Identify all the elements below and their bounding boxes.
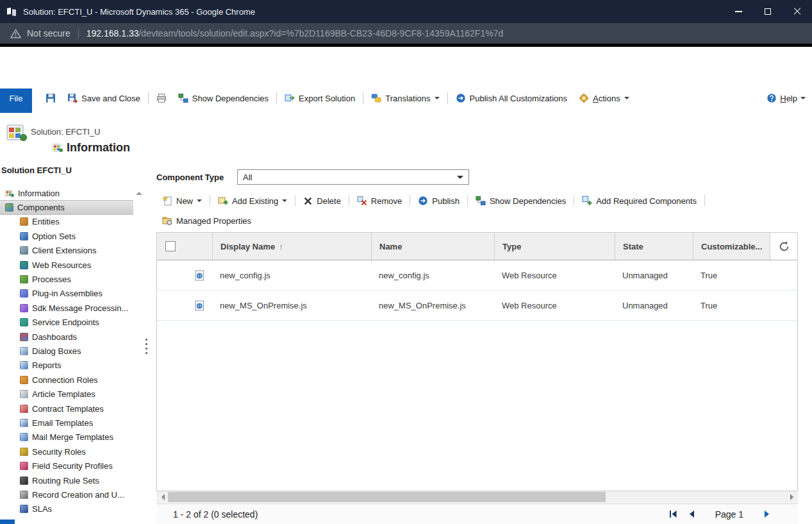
sidebar-item-label: Web Resources — [32, 260, 91, 270]
option-sets-icon — [20, 232, 28, 241]
chevron-down-icon — [457, 176, 463, 182]
add-existing-button[interactable]: Add Existing — [212, 192, 293, 209]
sidebar-item-processes[interactable]: Processes — [0, 272, 133, 286]
sidebar-scroll-up-icon[interactable] — [136, 189, 142, 195]
column-header-type[interactable]: Type — [494, 233, 615, 260]
delete-button[interactable]: Delete — [297, 192, 347, 209]
save-and-close-label: Save and Close — [81, 94, 140, 103]
save-button[interactable] — [40, 89, 62, 108]
sidebar-item-service-endpoints[interactable]: Service Endpoints — [0, 316, 133, 330]
sidebar-item-security-roles[interactable]: Security Roles — [0, 444, 133, 459]
sidebar-item-record-creation[interactable]: Record Creation and U... — [0, 487, 133, 502]
sidebar-item-components[interactable]: Components — [0, 200, 133, 214]
refresh-icon[interactable] — [778, 241, 790, 253]
record-count: 1 - 2 of 2 (0 selected) — [173, 509, 258, 520]
new-button[interactable]: New — [156, 192, 208, 209]
sidebar-splitter-handle[interactable] — [145, 339, 147, 354]
sidebar-item-reports[interactable]: Reports — [0, 359, 133, 373]
dashboards-icon — [20, 333, 28, 341]
column-header-name[interactable]: Name — [371, 233, 494, 260]
show-dependencies-button[interactable]: Show Dependencies — [172, 89, 274, 108]
show-dependencies-grid-button[interactable]: Show Dependencies — [470, 192, 572, 209]
grid-header-icon-column — [186, 233, 212, 260]
scroll-left-button[interactable] — [156, 491, 168, 503]
sidebar-item-web-resources[interactable]: Web Resources — [0, 258, 133, 272]
sidebar-item-routing-rule-sets[interactable]: Routing Rule Sets — [0, 473, 133, 487]
solution-icon — [6, 123, 27, 142]
sidebar-item-article-templates[interactable]: Article Templates — [0, 387, 133, 401]
previous-page-button[interactable] — [688, 510, 696, 518]
horizontal-scrollbar[interactable] — [156, 491, 798, 503]
sidebar-item-label: Record Creation and U... — [32, 490, 124, 500]
sidebar-item-slas[interactable]: SLAs — [0, 502, 133, 516]
page-title: Information — [67, 141, 130, 155]
address-bar[interactable]: Not secure 192.168.1.33/devteam/tools/so… — [0, 23, 812, 44]
reports-icon — [20, 361, 28, 369]
not-secure-label[interactable]: Not secure — [27, 28, 70, 38]
article-templates-icon — [20, 390, 28, 398]
cell-display-name[interactable]: new_config.js — [212, 260, 371, 290]
cell-name: new_config.js — [371, 260, 494, 290]
select-all-checkbox[interactable] — [165, 241, 176, 251]
first-page-button[interactable] — [669, 510, 677, 518]
translations-icon — [371, 93, 381, 103]
managed-properties-button[interactable]: Managed Properties — [156, 212, 257, 229]
actions-button[interactable]: Actions — [573, 89, 635, 108]
web-resource-icon — [195, 270, 204, 281]
sidebar-item-email-templates[interactable]: Email Templates — [0, 416, 133, 430]
sidebar-item-field-security-profiles[interactable]: Field Security Profiles — [0, 459, 133, 473]
remove-button[interactable]: Remove — [351, 192, 408, 209]
url-host[interactable]: 192.168.1.33 — [87, 28, 139, 38]
save-and-close-button[interactable]: Save and Close — [62, 89, 146, 108]
add-required-components-label: Add Required Components — [596, 196, 697, 206]
sidebar-item-sdk-message-processing[interactable]: Sdk Message Processin... — [0, 301, 133, 315]
sidebar-item-dashboards[interactable]: Dashboards — [0, 330, 133, 344]
column-header-state[interactable]: State — [615, 233, 693, 260]
file-tab[interactable]: File — [0, 89, 32, 113]
cell-state: Unmanaged — [615, 291, 693, 320]
component-type-label: Component Type — [156, 173, 224, 182]
table-row[interactable]: new_config.js new_config.js Web Resource… — [157, 260, 797, 291]
cell-state: Unmanaged — [615, 260, 693, 290]
column-header-customizable[interactable]: Customizable... — [693, 233, 770, 260]
print-button[interactable] — [151, 89, 172, 108]
column-header-display-name[interactable]: Display Name ↑ — [212, 233, 371, 260]
sidebar-item-connection-roles[interactable]: Connection Roles — [0, 373, 133, 387]
remove-icon — [357, 196, 367, 206]
scrollbar-track[interactable] — [168, 491, 786, 503]
toolbar-separator — [349, 195, 349, 207]
sidebar-item-entities[interactable]: Entities — [0, 215, 133, 229]
table-row[interactable]: new_MS_OnPremise.js new_MS_OnPremise.js … — [157, 291, 797, 321]
toolbar-separator — [704, 195, 705, 207]
sidebar-item-client-extensions[interactable]: Client Extensions — [0, 244, 133, 258]
cell-display-name[interactable]: new_MS_OnPremise.js — [212, 291, 371, 320]
actions-label: Actions — [593, 94, 620, 103]
url-path[interactable]: /devteam/tools/solution/edit.aspx?id=%7b… — [138, 28, 503, 38]
sidebar-item-dialog-boxes[interactable]: Dialog Boxes — [0, 344, 133, 358]
sidebar-item-option-sets[interactable]: Option Sets — [0, 229, 133, 243]
components-grid: Display Name ↑ Name Type State Customiza… — [156, 232, 798, 491]
scrollbar-thumb[interactable] — [168, 492, 606, 502]
help-label: Help — [780, 94, 797, 103]
translations-button[interactable]: Translations — [365, 89, 445, 108]
new-label: New — [176, 196, 193, 206]
bottom-left-accent — [0, 520, 15, 524]
sidebar-item-contract-templates[interactable]: Contract Templates — [0, 401, 133, 416]
sidebar-item-mail-merge-templates[interactable]: Mail Merge Templates — [0, 430, 133, 444]
help-button[interactable]: Help — [761, 89, 811, 108]
sidebar-item-plugin-assemblies[interactable]: Plug-in Assemblies — [0, 287, 133, 301]
publish-button[interactable]: Publish — [412, 192, 465, 209]
scroll-right-button[interactable] — [786, 491, 798, 503]
scroll-left-icon — [158, 494, 165, 500]
minimize-button[interactable] — [724, 0, 753, 23]
add-required-components-button[interactable]: Add Required Components — [576, 192, 702, 209]
close-button[interactable] — [783, 0, 812, 23]
component-type-select[interactable]: All — [237, 169, 469, 185]
maximize-button[interactable] — [753, 0, 783, 23]
next-page-button[interactable] — [763, 510, 771, 518]
sidebar-item-information[interactable]: Information — [0, 186, 133, 200]
client-extensions-icon — [20, 246, 28, 255]
maximize-icon — [765, 8, 771, 15]
publish-all-customizations-button[interactable]: Publish All Customizations — [450, 89, 573, 108]
export-solution-button[interactable]: Export Solution — [279, 89, 361, 108]
